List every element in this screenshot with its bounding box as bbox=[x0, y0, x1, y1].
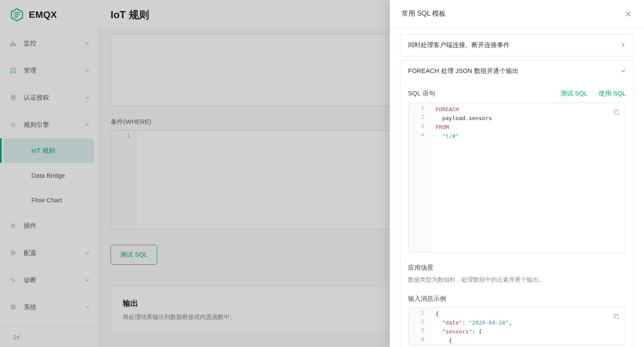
template-label: FOREACH 处理 JSON 数组并逐个输出 bbox=[408, 67, 519, 75]
template-label: 同时处理客户端连接、断开连接事件 bbox=[408, 41, 510, 49]
close-button[interactable] bbox=[625, 10, 632, 18]
scene-desc: 数据类型为数组时，处理数组中的元素并逐个输出。 bbox=[408, 276, 626, 284]
line-number: 3 bbox=[408, 327, 430, 336]
code-gutter: 1 2 3 4 bbox=[408, 103, 430, 252]
close-icon bbox=[625, 10, 632, 18]
sql-code-editor[interactable]: 1 2 3 4 FOREACH payload.sensors FROM "t/… bbox=[408, 103, 626, 253]
line-number: 4 bbox=[408, 336, 430, 345]
copy-icon bbox=[613, 313, 619, 319]
line-number: 4 bbox=[408, 132, 430, 140]
line-number: 3 bbox=[408, 123, 430, 132]
scene-label: 应用场景 bbox=[408, 264, 626, 272]
copy-icon bbox=[613, 108, 619, 115]
line-number: 1 bbox=[408, 105, 430, 114]
copy-button[interactable] bbox=[613, 108, 619, 115]
line-number: 2 bbox=[408, 114, 430, 123]
line-number: 2 bbox=[408, 318, 430, 327]
template-item-closed[interactable]: 同时处理客户端连接、断开连接事件 bbox=[400, 34, 634, 56]
json-code-editor[interactable]: 1 2 3 4 { "date": "2020-04-24", "sensors… bbox=[408, 307, 626, 345]
line-number: 1 bbox=[408, 309, 430, 318]
template-expanded-content: SQL 语句 测试 SQL 使用 SQL 1 2 3 4 FOREACH bbox=[400, 82, 634, 347]
code-gutter: 1 2 3 4 bbox=[408, 308, 430, 345]
template-item-open[interactable]: FOREACH 处理 JSON 数组并逐个输出 bbox=[400, 60, 634, 82]
copy-button[interactable] bbox=[613, 313, 619, 319]
chevron-right-icon bbox=[621, 42, 626, 49]
input-example-label: 输入消息示例 bbox=[408, 295, 626, 303]
use-sql-link[interactable]: 使用 SQL bbox=[599, 90, 626, 98]
code-content: { "date": "2020-04-24", "sensors": [ { bbox=[430, 308, 625, 345]
drawer-title: 常用 SQL 模板 bbox=[402, 9, 446, 18]
test-sql-link[interactable]: 测试 SQL bbox=[561, 90, 588, 98]
chevron-down-icon bbox=[621, 67, 626, 75]
code-content: FOREACH payload.sensors FROM "t/#" bbox=[430, 103, 625, 142]
drawer-header: 常用 SQL 模板 bbox=[390, 0, 644, 28]
svg-rect-15 bbox=[615, 315, 619, 319]
sql-template-drawer: 常用 SQL 模板 同时处理客户端连接、断开连接事件 FOREACH 处理 JS… bbox=[390, 0, 644, 347]
svg-rect-13 bbox=[615, 111, 619, 114]
sql-statement-label: SQL 语句 bbox=[408, 90, 435, 98]
